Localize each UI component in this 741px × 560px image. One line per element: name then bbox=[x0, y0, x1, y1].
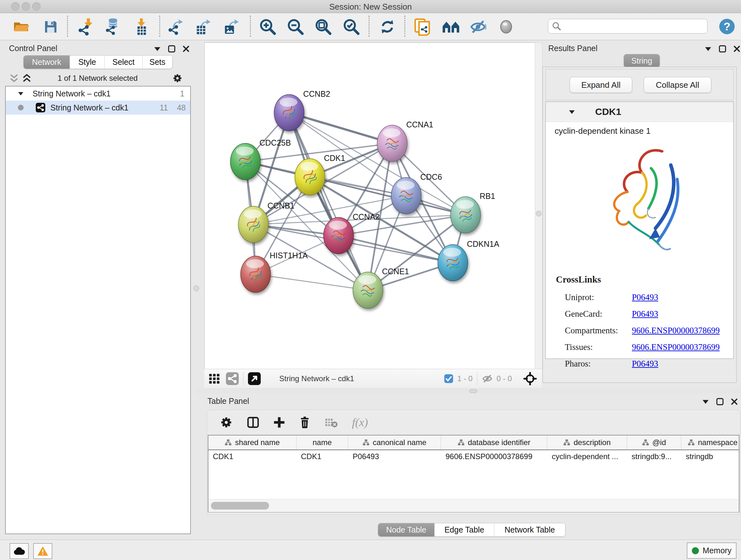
column-header-description[interactable]: description bbox=[547, 435, 627, 449]
tab-node-table[interactable]: Node Table bbox=[378, 523, 434, 537]
cell-namespace[interactable]: stringdb bbox=[681, 450, 741, 463]
cell-canonical-name[interactable]: P06493 bbox=[348, 450, 441, 463]
horizontal-splitter[interactable] bbox=[195, 388, 741, 393]
edge-CCNB2-CCNA1[interactable] bbox=[289, 113, 392, 143]
right-splitter[interactable] bbox=[535, 43, 542, 369]
show-all-button[interactable] bbox=[497, 17, 515, 36]
fit-selected-crosshair-icon[interactable] bbox=[523, 372, 537, 385]
edge-CCNB2-CCNE1[interactable] bbox=[289, 113, 368, 290]
warning-status-button[interactable] bbox=[33, 543, 52, 559]
cell-id[interactable]: stringdb:9... bbox=[627, 450, 681, 463]
network-node-CCNB1[interactable]: CCNB1 bbox=[239, 201, 294, 243]
right-splitter-handle[interactable] bbox=[536, 211, 542, 216]
crosslink-compartments[interactable]: 9606.ENSP00000378699 bbox=[632, 326, 720, 335]
help-button[interactable]: ? bbox=[719, 18, 735, 35]
hide-selected-button[interactable] bbox=[469, 17, 487, 36]
birdseye-view-icon[interactable] bbox=[248, 372, 261, 385]
export-table-button[interactable] bbox=[194, 17, 212, 36]
expand-all-button[interactable]: Expand All bbox=[569, 77, 632, 93]
column-header-name[interactable]: name bbox=[296, 435, 348, 449]
close-panel-icon[interactable] bbox=[733, 45, 740, 52]
search-input[interactable] bbox=[561, 21, 707, 31]
float-panel-icon[interactable] bbox=[704, 46, 712, 51]
tab-network[interactable]: Network bbox=[23, 56, 70, 69]
save-session-button[interactable] bbox=[42, 17, 60, 36]
show-eye-icon bbox=[498, 19, 514, 35]
collapse-all-button[interactable]: Collapse All bbox=[644, 77, 711, 93]
float-panel-icon[interactable] bbox=[702, 399, 709, 404]
tab-string[interactable]: String bbox=[624, 54, 660, 67]
delete-table-icon[interactable] bbox=[325, 417, 338, 428]
crosslink-tissues[interactable]: 9606.ENSP00000378699 bbox=[632, 342, 720, 352]
zoom-out-button[interactable] bbox=[286, 17, 305, 36]
gene-header[interactable]: CDK1 bbox=[546, 102, 733, 122]
crosslink-uniprot[interactable]: P06493 bbox=[632, 293, 658, 302]
network-node-CCNB2[interactable]: CCNB2 bbox=[274, 89, 330, 131]
open-session-button[interactable] bbox=[12, 17, 30, 36]
network-collection-row[interactable]: String Network – cdk1 1 bbox=[6, 86, 190, 101]
import-table-file-button[interactable] bbox=[132, 17, 151, 36]
network-row[interactable]: String Network – cdk1 11 48 bbox=[6, 101, 190, 115]
float-panel-icon[interactable] bbox=[154, 46, 161, 51]
selected-checkbox-icon[interactable] bbox=[444, 374, 454, 383]
network-options-gear-icon[interactable] bbox=[172, 73, 183, 83]
network-node-CDKN1A[interactable]: CDKN1A bbox=[438, 240, 499, 281]
hidden-eye-icon[interactable] bbox=[482, 373, 493, 384]
network-node-CCNE1[interactable]: CCNE1 bbox=[353, 267, 409, 308]
import-database-icon bbox=[104, 18, 122, 36]
import-network-database-button[interactable] bbox=[104, 17, 122, 36]
delete-column-icon[interactable] bbox=[299, 416, 311, 429]
cell-name[interactable]: CDK1 bbox=[296, 450, 348, 463]
network-view-share-icon[interactable] bbox=[226, 372, 239, 385]
import-network-file-button[interactable] bbox=[77, 17, 95, 36]
column-header-canonical-name[interactable]: canonical name bbox=[348, 435, 441, 449]
search-box bbox=[548, 19, 708, 34]
zoom-in-button[interactable] bbox=[259, 17, 277, 36]
refresh-button[interactable] bbox=[378, 17, 397, 36]
export-image-button[interactable] bbox=[222, 17, 240, 36]
zoom-selected-button[interactable] bbox=[342, 17, 360, 36]
maximize-panel-icon[interactable] bbox=[168, 45, 176, 53]
table-settings-gear-icon[interactable] bbox=[220, 416, 232, 429]
maximize-panel-icon[interactable] bbox=[716, 398, 724, 406]
cell-database-identifier[interactable]: 9606.ENSP00000378699 bbox=[441, 450, 547, 463]
zoom-fit-button[interactable] bbox=[314, 17, 333, 36]
tab-edge-table[interactable]: Edge Table bbox=[434, 523, 494, 537]
left-splitter-handle[interactable] bbox=[193, 286, 199, 291]
tab-style[interactable]: Style bbox=[70, 56, 105, 69]
function-builder-icon[interactable]: f(x) bbox=[352, 416, 368, 429]
memory-button[interactable]: Memory bbox=[687, 543, 737, 559]
show-columns-icon[interactable] bbox=[247, 416, 259, 429]
grid-view-icon[interactable] bbox=[209, 373, 220, 384]
crosslink-genecard[interactable]: P06493 bbox=[632, 309, 658, 319]
cell-shared-name[interactable]: CDK1 bbox=[208, 450, 296, 463]
table-horizontal-scrollbar[interactable] bbox=[208, 499, 739, 512]
export-network-button[interactable] bbox=[166, 17, 185, 36]
close-panel-icon[interactable] bbox=[183, 45, 190, 52]
table-scrollbar-thumb[interactable] bbox=[211, 502, 269, 509]
cloud-status-button[interactable] bbox=[10, 543, 29, 559]
column-header-id[interactable]: @id bbox=[627, 435, 681, 449]
first-neighbors-button[interactable] bbox=[442, 17, 460, 36]
tab-sets[interactable]: Sets bbox=[143, 56, 172, 69]
column-header-shared-name[interactable]: shared name bbox=[208, 435, 296, 449]
tab-select[interactable]: Select bbox=[105, 56, 142, 69]
column-header-namespace[interactable]: namespace bbox=[681, 435, 741, 449]
network-canvas[interactable]: CCNB2CCNA1CDC25BCDK1CDC6RB1CCNB1CCNA2CDK… bbox=[204, 43, 536, 369]
add-column-icon[interactable] bbox=[273, 417, 285, 428]
edge-HIST1H1A-CCNE1[interactable] bbox=[256, 274, 368, 290]
edge-CCNA2-CDKN1A[interactable] bbox=[339, 236, 453, 263]
horizontal-splitter-handle[interactable] bbox=[469, 389, 477, 393]
network-node-CDK1[interactable]: CDK1 bbox=[295, 153, 345, 195]
maximize-panel-icon[interactable] bbox=[719, 45, 726, 53]
network-node-HIST1H1A[interactable]: HIST1H1A bbox=[241, 251, 308, 293]
tab-network-table[interactable]: Network Table bbox=[494, 523, 565, 537]
column-header-database-identifier[interactable]: database identifier bbox=[441, 435, 547, 449]
clone-network-button[interactable] bbox=[413, 17, 431, 36]
crosslink-pharos[interactable]: P06493 bbox=[632, 359, 658, 369]
cell-description[interactable]: cyclin-dependent ... bbox=[547, 450, 627, 463]
network-node-RB1[interactable]: RB1 bbox=[451, 192, 495, 233]
close-panel-icon[interactable] bbox=[731, 398, 738, 405]
table-row[interactable]: CDK1 CDK1 P06493 9606.ENSP00000378699 cy… bbox=[208, 450, 739, 463]
string-network-icon bbox=[36, 103, 45, 112]
